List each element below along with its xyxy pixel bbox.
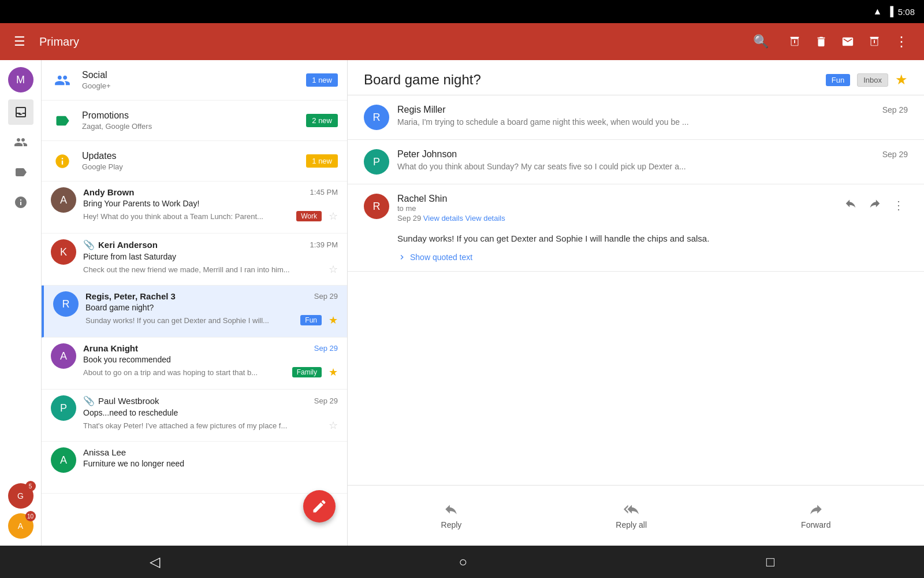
battery-icon: ▐ [886,6,893,17]
regis-thread-avatar: R [364,105,389,130]
labels-icon-btn[interactable] [8,160,33,185]
attachment-icon: 📎 [83,239,95,250]
peter-thread-date: Sep 29 [882,150,908,159]
archive-button[interactable] [783,29,807,54]
paul-attachment-icon: 📎 [83,395,95,406]
group-avatar-1[interactable]: G 5 [8,483,33,509]
aruna-sender: Aruna Knight [83,343,138,353]
more-icon[interactable]: ⋮ [889,195,908,216]
anissa-avatar: A [51,447,76,473]
forward-button[interactable]: Forward [787,497,844,534]
keri-preview: Check out the new friend we made, Merril… [83,265,322,274]
rachel-thread-actions: ⋮ [841,194,908,216]
regis-time: Sep 29 [314,292,338,301]
search-icon[interactable]: 🔍 [748,29,773,54]
regis-subject: Board game night? [85,303,338,312]
peter-thread-preview: What do you think about Sunday? My car s… [397,162,908,171]
more-options-button[interactable]: ⋮ [889,28,915,55]
regis-thread-preview: Maria, I'm trying to schedule a board ga… [397,117,908,127]
regis-avatar: R [53,291,79,317]
regis-sender: Regis, Peter, Rachel 3 [85,291,176,301]
regis-thread-sender: Regis Miller [397,105,446,115]
toolbar-title: Primary [39,35,739,49]
promotions-badge: 2 new [306,114,338,127]
promotions-name: Promotions [82,110,306,121]
menu-icon[interactable]: ☰ [9,29,30,54]
email-row-anissa[interactable]: A Anissa Lee Furniture we no longer need [42,442,347,494]
promotions-sub: Zagat, Google Offers [82,122,306,131]
back-button[interactable]: ◁ [144,548,166,576]
andy-content: Andy Brown 1:45 PM Bring Your Parents to… [83,187,338,223]
badge-count-1: 5 [25,481,36,491]
recent-button[interactable]: □ [761,548,781,576]
email-row-regis[interactable]: R Regis, Peter, Rachel 3 Sep 29 Board ga… [42,286,347,338]
promotions-icon [51,109,74,132]
keri-subject: Picture from last Saturday [83,252,338,261]
reply-button[interactable]: Reply [427,497,476,534]
peter-thread-sender: Peter Johnson [397,149,457,160]
view-details-text[interactable]: View details [465,214,505,223]
paul-subject: Oops...need to reschedule [83,408,338,417]
detail-star[interactable]: ★ [895,72,908,88]
category-updates[interactable]: Updates Google Play 1 new [42,141,347,181]
home-button[interactable]: ○ [453,548,473,576]
thread-item-rachel-expanded: R Rachel Shin to me Sep 29 View details … [348,184,924,272]
paul-star[interactable]: ☆ [329,419,338,432]
keri-time: 1:39 PM [310,240,338,249]
mark-unread-button[interactable] [836,29,860,54]
updates-badge: 1 new [306,154,338,168]
aruna-star[interactable]: ★ [329,366,338,379]
info-icon-btn[interactable] [8,190,33,215]
paul-preview: That's okay Peter! I've attached a few p… [83,421,322,430]
show-quoted-text[interactable]: Show quoted text [397,253,908,262]
andy-tag: Work [296,211,322,221]
rachel-expanded-info: Rachel Shin to me Sep 29 View details Vi… [397,194,833,223]
detail-label-fun[interactable]: Fun [826,74,850,86]
andy-subject: Bring Your Parents to Work Day! [83,199,338,208]
inbox-icon-btn[interactable] [8,99,33,125]
email-row-andy[interactable]: A Andy Brown 1:45 PM Bring Your Parents … [42,181,347,234]
keri-star[interactable]: ☆ [329,263,338,276]
regis-preview: Sunday works! If you can get Dexter and … [85,316,297,325]
paul-sender: Paul Westbrook [98,396,159,406]
category-promotions[interactable]: Promotions Zagat, Google Offers 2 new [42,101,347,141]
view-details-link[interactable]: View details [423,214,463,223]
email-row-paul[interactable]: P 📎 Paul Westbrook Sep 29 Oops...need to… [42,390,347,442]
keri-avatar: K [51,239,76,265]
status-time: 5:08 [898,7,915,17]
aruna-preview: About to go on a trip and was hoping to … [83,368,289,377]
delete-button[interactable] [809,29,833,54]
email-row-aruna[interactable]: A Aruna Knight Sep 29 Book you recommend… [42,338,347,390]
updates-name: Updates [82,151,306,161]
detail-panel: Board game night? Fun Inbox ★ R Regis Mi… [348,60,924,546]
andy-sender: Andy Brown [83,187,134,197]
andy-star[interactable]: ☆ [329,210,338,223]
andy-preview: Hey! What do you think about a Team Lunc… [83,212,293,221]
andy-time: 1:45 PM [310,188,338,197]
category-social[interactable]: Social Google+ 1 new [42,60,347,101]
social-name: Social [82,70,306,80]
keri-sender: Keri Anderson [98,240,158,250]
wifi-icon: ▲ [873,6,882,17]
rachel-thread-avatar: R [364,194,389,219]
forward-icon[interactable] [865,194,885,216]
email-row-keri[interactable]: K 📎 Keri Anderson 1:39 PM Picture from l… [42,234,347,286]
main-layout: M G 5 A 10 [0,60,924,546]
reply-all-button[interactable]: Reply all [602,497,661,534]
sidebar-icons: M G 5 A 10 [0,60,42,546]
aruna-avatar: A [51,343,76,369]
bottom-nav: ◁ ○ □ [0,546,924,578]
group-avatar-2[interactable]: A 10 [8,513,33,539]
detail-label-inbox[interactable]: Inbox [857,73,888,87]
move-button[interactable] [862,29,886,54]
paul-time: Sep 29 [314,397,338,405]
rachel-thread-date: Sep 29 View details View details [397,214,833,223]
social-info: Social Google+ [82,70,306,90]
contacts-icon-btn[interactable] [8,129,33,155]
user-avatar[interactable]: M [8,67,33,92]
reply-icon[interactable] [841,194,860,216]
thread-item-regis[interactable]: R Regis Miller Sep 29 Maria, I'm trying … [348,95,924,140]
regis-star[interactable]: ★ [329,314,338,327]
thread-item-peter[interactable]: P Peter Johnson Sep 29 What do you think… [348,140,924,184]
compose-fab[interactable] [303,490,336,523]
